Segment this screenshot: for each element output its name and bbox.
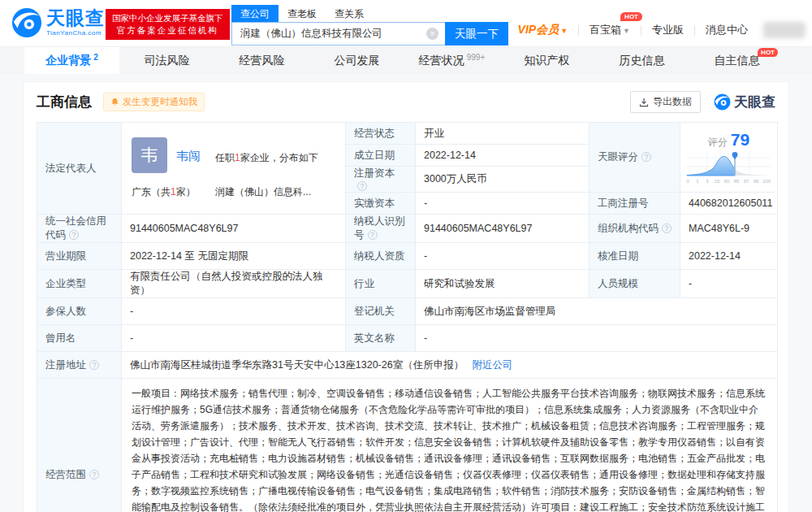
tab-self-published-info[interactable]: 自主信息 HOT (689, 47, 784, 74)
score-value: 79 (731, 130, 749, 149)
download-icon (639, 98, 649, 107)
avatar[interactable]: 韦 (132, 137, 167, 173)
help-icon[interactable]: ? (89, 360, 99, 370)
help-icon[interactable]: ? (89, 470, 99, 479)
logo-name: 天眼查 (46, 9, 105, 28)
svg-text:50: 50 (723, 179, 729, 184)
menu-pro[interactable]: 专业版 (641, 23, 694, 37)
export-data-button[interactable]: 导出数据 (630, 91, 701, 113)
company-type-label: 企业类型 (37, 270, 122, 298)
company-nav-tabs: 企业背景 2 司法风险 经营风险 公司发展 经营状况 999+ 知识产权 历史信… (0, 47, 812, 74)
tab-count-badge: 999+ (467, 53, 486, 62)
search-tab-boss[interactable]: 查老板 (279, 5, 326, 24)
paid-capital-value: - (416, 193, 590, 215)
top-menu: VIP会员▼ 百宝箱▼ HOT 专业版 消息中心 (508, 23, 758, 37)
org-code-value: MAC48Y6L-9 (680, 215, 778, 243)
tianyancha-logo[interactable]: 天眼查 TianYanCha.com (11, 7, 105, 38)
bell-icon (110, 98, 119, 106)
operating-status-value: 开业 (416, 123, 590, 145)
section-title: 工商信息 (37, 93, 92, 111)
help-icon[interactable]: ? (368, 230, 378, 240)
credit-code-label: 统一社会信用代码? (37, 215, 122, 243)
legal-rep-region: 广东（共1家） (132, 185, 196, 199)
registered-capital-label: 注册资本? (346, 167, 416, 193)
tab-judicial-risk[interactable]: 司法风险 (119, 47, 214, 74)
tianyan-score-label: 天眼评分? (590, 123, 680, 193)
scope-label: 经营范围? (37, 379, 122, 512)
approval-date-label: 核准日期 (590, 243, 680, 270)
score-distribution-chart: 0 1 3 15 50 85 97 99 100 (685, 150, 774, 185)
help-icon[interactable]: ? (357, 181, 367, 191)
scope-value: 一般项目：网络技术服务；销售代理；制冷、空调设备销售；移动通信设备销售；人工智能… (122, 379, 778, 512)
menu-toolbox[interactable]: 百宝箱▼ HOT (579, 23, 641, 37)
search-tab-relation[interactable]: 查关系 (326, 5, 373, 24)
tianyancha-eye-icon (714, 93, 731, 111)
legal-rep-cell: 韦 韦闯 任职1家企业，分布如下 广东（共1家） 润建（佛山）信息科... (122, 123, 346, 215)
user-account-blurred[interactable] (763, 22, 806, 38)
hot-badge: HOT (758, 48, 778, 57)
tab-company-background[interactable]: 企业背景 2 (24, 47, 119, 74)
chevron-down-icon: ▼ (560, 27, 568, 35)
approval-date-value: 2022-12-14 (680, 243, 778, 270)
tianyancha-watermark: 天眼查 (714, 93, 775, 111)
score-caption: 评分79 (684, 130, 774, 150)
company-type-value: 有限责任公司（自然人投资或控股的法人独资） (122, 270, 346, 298)
tab-operating-status[interactable]: 经营状况 999+ (404, 47, 499, 74)
registered-capital-value: 3000万人民币 (416, 167, 590, 193)
search-tab-company[interactable]: 查公司 (231, 5, 279, 24)
registry-label: 登记机关 (346, 298, 416, 325)
former-name-label: 曾用名 (37, 325, 122, 352)
tianyancha-eye-icon (11, 7, 42, 38)
clear-icon[interactable]: × (426, 28, 438, 40)
tab-operating-risk[interactable]: 经营风险 (214, 47, 309, 74)
chevron-down-icon: ▼ (623, 27, 630, 35)
staff-size-value: - (680, 270, 778, 298)
credential-badge: 国家中小企业发展子基金旗下 官方备案企业征信机构 (106, 9, 230, 40)
legal-rep-label: 法定代表人 (37, 123, 122, 215)
tab-count-badge: 2 (93, 53, 98, 62)
registry-value: 佛山市南海区市场监督管理局 (416, 298, 778, 325)
page-header: 天眼查 TianYanCha.com 国家中小企业发展子基金旗下 官方备案企业征… (0, 0, 812, 47)
english-name-value: - (416, 325, 778, 352)
business-info-card: 工商信息 发生变更时通知我 导出数据 天眼查 (23, 81, 789, 512)
search-input[interactable] (231, 22, 445, 46)
taxpayer-id-label: 纳税人识别号? (346, 215, 416, 243)
taxpayer-quality-value: - (416, 243, 590, 270)
change-notify-button[interactable]: 发生变更时通知我 (103, 93, 205, 111)
legal-rep-tenure: 任职1家企业，分布如下 (215, 151, 318, 165)
svg-text:1: 1 (696, 179, 699, 184)
tab-company-development[interactable]: 公司发展 (309, 47, 404, 74)
former-name-value: - (122, 325, 346, 352)
svg-text:15: 15 (714, 179, 719, 184)
reg-no-value: 440682012605011 (680, 193, 778, 215)
paid-capital-label: 实缴资本 (346, 193, 416, 215)
tab-history-info[interactable]: 历史信息 (594, 47, 689, 74)
help-icon[interactable]: ? (641, 152, 651, 162)
svg-text:100: 100 (762, 179, 771, 184)
hot-badge: HOT (620, 12, 642, 21)
tab-intellectual-property[interactable]: 知识产权 (499, 47, 594, 74)
tianyan-score-cell: 评分79 (680, 123, 778, 193)
menu-vip[interactable]: VIP会员▼ (508, 23, 579, 37)
menu-messages[interactable]: 消息中心 (695, 23, 758, 37)
nearby-companies-link[interactable]: 附近公司 (473, 359, 513, 371)
reg-no-label: 工商注册号 (590, 193, 680, 215)
org-code-label: 组织机构代码? (590, 215, 680, 243)
taxpayer-id-value: 91440605MAC48Y6L97 (416, 215, 590, 243)
search-box: 查公司 查老板 查关系 × 天眼一下 (231, 5, 508, 46)
address-value: 佛山市南海区桂城街道季华东路31号天安中心13座1320-26室（住所申报） 附… (122, 352, 778, 379)
search-button[interactable]: 天眼一下 (445, 22, 508, 46)
credit-code-value: 91440605MAC48Y6L97 (122, 215, 346, 243)
address-label: 注册地址? (37, 352, 122, 379)
legal-rep-company-link[interactable]: 润建（佛山）信息科... (215, 185, 311, 199)
business-info-table: 法定代表人 韦 韦闯 任职1家企业，分布如下 广东（共1家） 润建（佛山）信息科… (37, 122, 778, 512)
svg-text:99: 99 (753, 179, 758, 184)
legal-rep-name-link[interactable]: 韦闯 (176, 149, 201, 164)
insured-count-value: - (122, 298, 346, 325)
industry-label: 行业 (346, 270, 416, 298)
credential-line2: 官方备案企业征信机构 (112, 24, 223, 37)
help-icon[interactable]: ? (662, 223, 672, 233)
svg-text:3: 3 (706, 179, 709, 184)
help-icon[interactable]: ? (69, 230, 79, 240)
operating-status-label: 经营状态 (346, 123, 416, 145)
